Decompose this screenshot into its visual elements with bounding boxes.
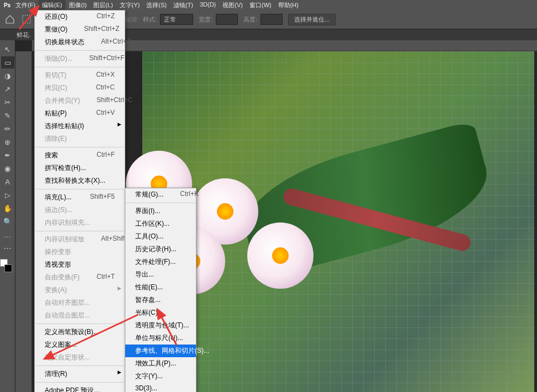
menu-item[interactable]: 定义图案... [35,338,125,351]
tool-9[interactable]: ◉ [1,162,14,174]
menu-item[interactable]: 文字(Y)... [125,370,196,383]
menu-item-shortcut: Ctrl+V [96,109,115,118]
marquee-icon [21,14,32,25]
tool-13[interactable]: 🔍 [1,215,14,227]
menu-item-label: 性能(E)... [135,283,163,292]
menu-item[interactable]: 查找和替换文本(X)... [35,174,125,187]
menu-item[interactable]: 常规(G)...Ctrl+K [125,188,196,201]
tool-4[interactable]: ✂ [1,96,14,108]
menu-item-label: 光标(C)... [135,308,163,317]
menu-item[interactable]: 增效工具(P)... [125,357,196,370]
separator [35,324,124,324]
menu-文件[interactable]: 文件(F) [12,0,39,10]
menu-item-label: 清除(E) [45,134,67,144]
menu-item-label: 暂存盘... [135,295,161,305]
menu-item[interactable]: 定义画笔预设(B)... [35,326,125,338]
menu-item[interactable]: 参考线、网格和切片(S)... [125,345,196,357]
menu-item[interactable]: 还原(O)Ctrl+Z [35,10,125,23]
menu-item: 变换(A) [35,284,125,296]
menu-item-label: Adobe PDF 预设... [45,386,99,392]
menu-item-shortcut: Ctrl+F [97,151,115,160]
tool-3[interactable]: ↗ [1,83,14,95]
menu-item: 剪切(T)Ctrl+X [35,69,125,82]
menu-图像[interactable]: 图像(I) [66,0,90,10]
menu-item-label: 操控变形 [45,247,71,257]
tool-11[interactable]: ▷ [1,189,14,201]
menu-item[interactable]: 清理(R) [35,368,125,380]
ruler-vertical[interactable] [15,51,32,392]
menu-窗口[interactable]: 窗口(W) [246,0,275,10]
separator [35,382,124,383]
menu-item-label: 3D(3)... [135,384,157,392]
home-icon[interactable] [4,14,15,25]
menu-item-label: 切换最终状态 [45,38,84,47]
menu-item[interactable]: Adobe PDF 预设... [35,384,125,392]
menu-item-label: 内容识别缩放 [45,235,84,244]
menu-3D[interactable]: 3D(D) [196,0,219,10]
menu-item-shortcut: Shift+F5 [90,193,115,202]
menu-item[interactable]: 导出... [125,268,196,281]
menu-item-label: 文件处理(F)... [135,257,176,267]
menu-item[interactable]: 文件处理(F)... [125,256,196,268]
menu-帮助[interactable]: 帮助(H) [275,0,302,10]
tool-7[interactable]: ⊕ [1,136,14,148]
color-swatches[interactable] [0,259,13,272]
menu-item[interactable]: 透视变形 [35,258,125,271]
tool-10[interactable]: A [1,176,14,188]
separator [35,231,124,231]
menu-item-label: 拼写检查(H)... [45,163,86,173]
menu-item[interactable]: 历史记录(H)... [125,243,196,256]
menu-item[interactable]: 切换最终状态Alt+Ctrl+Z [35,36,125,49]
tool-14[interactable]: … [1,229,14,241]
menu-item-label: 选择性粘贴(I) [45,121,84,131]
menu-item[interactable]: 重做(O)Shift+Ctrl+Z [35,23,125,36]
tool-8[interactable]: ✒ [1,149,14,161]
menu-item[interactable]: 单位与标尺(U)... [125,332,196,345]
tool-15[interactable]: ⋯ [1,242,14,254]
menu-选择[interactable]: 选择(S) [143,0,170,10]
menu-item[interactable]: 搜索Ctrl+F [35,149,125,162]
menu-item: 清除(E) [35,133,125,145]
style-label: 样式: [143,15,157,24]
menu-滤镜[interactable]: 滤镜(T) [170,0,196,10]
menu-item[interactable]: 拼写检查(H)... [35,162,125,174]
preferences-submenu: 常规(G)...Ctrl+K界面(I)...工作区(K)...工具(O)...历… [125,188,196,392]
menu-item[interactable]: 填充(L)...Shift+F5 [35,191,125,204]
menu-item: 拷贝(C)Ctrl+C [35,82,125,94]
tool-5[interactable]: ✎ [1,109,14,121]
menu-item-label: 定义图案... [45,340,77,349]
tool-1[interactable]: ▭ [1,56,14,68]
menu-item[interactable]: 工具(O)... [125,230,196,243]
menu-item[interactable]: 光标(C)... [125,306,196,319]
menu-文字[interactable]: 文字(Y) [116,0,143,10]
menu-item[interactable]: 工作区(K)... [125,218,196,230]
menu-item-shortcut: Ctrl+C [96,83,115,93]
menu-item-label: 定义画笔预设(B)... [45,327,99,337]
menu-item[interactable]: 透明度与色域(T)... [125,319,196,332]
width-input[interactable] [216,14,238,25]
menu-item[interactable]: 粘贴(P)Ctrl+V [35,107,125,120]
width-label: 宽度: [199,15,212,24]
document-tab[interactable]: 鲜花. [17,31,30,39]
menu-编辑[interactable]: 编辑(E) [39,0,66,10]
svg-rect-0 [23,15,30,23]
menu-视图[interactable]: 视图(V) [219,0,246,10]
menu-item[interactable]: 3D(3)... [125,383,196,392]
tool-2[interactable]: ◑ [1,70,14,82]
select-and-mask-button[interactable]: 选择并遮住... [288,14,336,25]
menu-item[interactable]: 暂存盘... [125,294,196,306]
tool-0[interactable]: ↖ [1,43,14,55]
separator [35,147,124,147]
menu-item-shortcut: Ctrl+K [180,190,199,199]
height-input[interactable] [260,14,283,25]
menu-item-label: 参考线、网格和切片(S)... [135,346,209,356]
menu-item-label: 搜索 [45,151,58,160]
tool-12[interactable]: ✋ [1,202,14,214]
menu-item[interactable]: 界面(I)... [125,205,196,218]
style-select[interactable]: 正常 [160,14,193,25]
menu-图层[interactable]: 图层(L) [90,0,116,10]
tool-6[interactable]: ✏ [1,123,14,135]
menu-item[interactable]: 性能(E)... [125,281,196,294]
menu-item-label: 定义自定形状... [45,353,90,362]
menu-item[interactable]: 选择性粘贴(I) [35,120,125,133]
